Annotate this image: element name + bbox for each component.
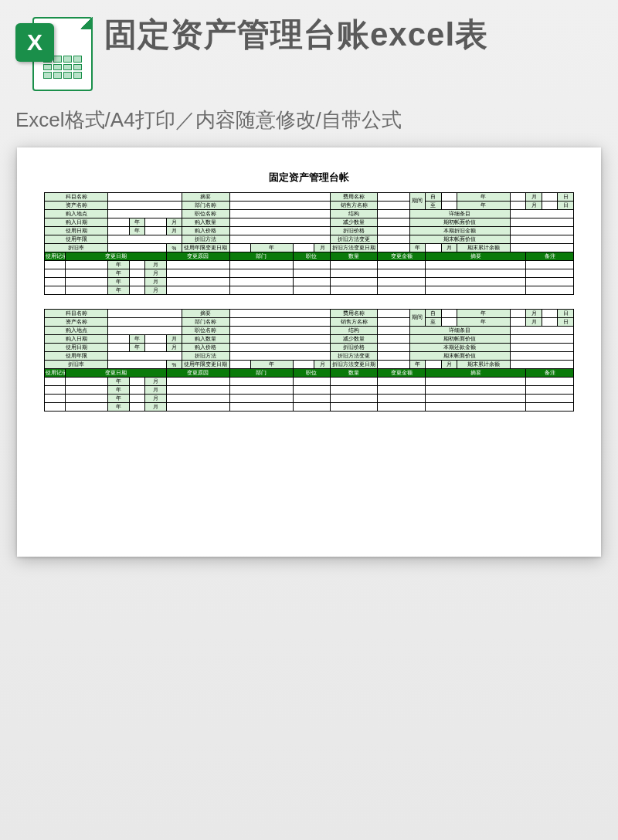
page-subtitle: Excel格式/A4打印／内容随意修改/自带公式	[0, 100, 618, 147]
table-row: 年月	[45, 386, 574, 395]
excel-badge: X	[15, 23, 54, 62]
table-row: 年月	[45, 278, 574, 286]
table-row: 年月	[45, 403, 574, 412]
excel-icon: X	[15, 15, 93, 93]
ledger-table: 科目名称 摘要 费用名称 期间 自年月日 资产名称 部门名称 销售方名称 至年月…	[44, 309, 574, 412]
header: X 固定资产管理台账excel表	[0, 0, 618, 100]
table-row: 年月	[45, 378, 574, 386]
table-row: 年月	[45, 395, 574, 403]
table-row: 年月	[45, 261, 574, 269]
ledger-block: 科目名称 摘要 费用名称 期间 自年月日 资产名称 部门名称 销售方名称 至年月…	[44, 192, 574, 295]
page-title: 固定资产管理台账excel表	[104, 15, 488, 54]
table-row: 年月	[45, 286, 574, 295]
document-preview: 固定资产管理台帐 科目名称 摘要 费用名称 期间 自年月日 资产名称 部门名称 …	[17, 147, 601, 557]
ledger-block: 科目名称 摘要 费用名称 期间 自年月日 资产名称 部门名称 销售方名称 至年月…	[44, 309, 574, 412]
ledger-table: 科目名称 摘要 费用名称 期间 自年月日 资产名称 部门名称 销售方名称 至年月…	[44, 192, 574, 295]
document-title: 固定资产管理台帐	[44, 171, 574, 185]
table-row: 年月	[45, 269, 574, 278]
